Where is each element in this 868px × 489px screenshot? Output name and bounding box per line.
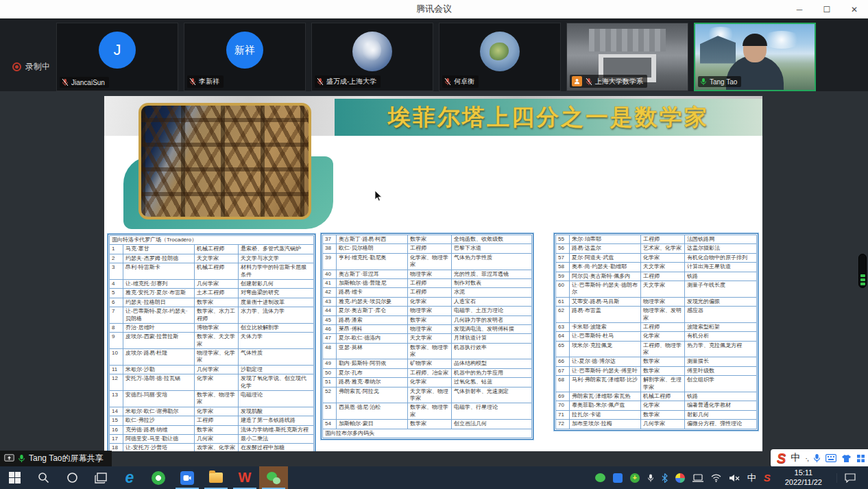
device-tray-icon[interactable]	[692, 474, 703, 482]
participant-tile[interactable]: 新祥 李新祥	[184, 23, 306, 91]
table-row: 8乔治·居维叶博物学家创立比较解剖学	[110, 323, 314, 332]
cortana-icon	[67, 472, 78, 484]
avatar: J	[99, 32, 136, 69]
table-row: 54加斯帕尔·蒙日数学家创立画法几何	[323, 420, 532, 429]
profession-cell: 化学家	[641, 253, 685, 262]
tencent-meeting-window: { "window": { "title": "腾讯会议", "controls…	[0, 0, 868, 489]
profession-cell: 几何学家	[195, 365, 239, 374]
names-table: 37奥古斯丁·路易·柯西数学家全纯函数、收敛级数38欧仁·贝尔格朗工程师巴黎下水…	[322, 235, 532, 438]
table-row: 39亨利·维克托·勒尼奥化学家、物理学家气体热力学性质	[323, 253, 532, 270]
table-row: 60让·巴蒂斯特·约瑟夫·德朗布尔天文学家测量子午线长度	[556, 281, 757, 297]
participant-tile[interactable]: 盛万成-上海大学	[311, 23, 433, 91]
wifi-icon[interactable]	[711, 474, 721, 482]
row-number: 50	[323, 368, 337, 377]
punctuation-toggle-icon[interactable]: ·,	[805, 454, 808, 462]
taskbar-edge-button[interactable]: e	[115, 466, 144, 489]
name-cell: 路易·达盖尔	[570, 244, 641, 253]
row-number: 63	[556, 322, 570, 331]
ime-toolbar[interactable]: S 中 ·,	[771, 449, 868, 467]
row-number: 49	[323, 359, 337, 368]
contribution-cell: 电磁学、土压力理论	[452, 307, 532, 315]
action-center-button[interactable]	[836, 473, 863, 483]
table-row: 53西莫恩·德尼·泊松数学家、物理学家电磁学、行星理论	[323, 403, 532, 420]
name-cell: 弗朗索瓦·泽维耶·索瓦热	[570, 392, 641, 401]
row-number: 41	[323, 278, 337, 287]
taskbar-browser-button[interactable]	[144, 466, 173, 489]
name-cell: 阿尔贝·奥古斯特·佩多内	[570, 272, 641, 281]
file-explorer-icon	[209, 473, 223, 483]
meeting-tray-icon[interactable]	[613, 473, 623, 483]
profession-cell: 物理学家、发明家	[641, 307, 685, 323]
taskbar-meeting-button[interactable]	[173, 466, 202, 489]
close-button[interactable]: ✕	[841, 0, 868, 19]
window-controls: ─ ☐ ✕	[786, 0, 868, 19]
task-view-button[interactable]	[86, 466, 115, 489]
microphone-tray-icon[interactable]	[647, 473, 654, 483]
mic-muted-icon	[62, 78, 69, 86]
table-row: 41加斯帕尔·德·普隆尼工程师制作对数表	[323, 278, 532, 287]
profession-cell: 数学家	[641, 410, 685, 419]
row-number: 11	[110, 365, 123, 374]
updater-tray-icon[interactable]: +	[630, 473, 640, 483]
system-tray: + 中 S 15:11 2022/11/22	[595, 466, 868, 489]
minimize-button[interactable]: ─	[786, 0, 813, 19]
participant-name: Tang Tao	[710, 78, 737, 86]
drive-pinwheel-icon[interactable]	[675, 473, 685, 483]
contribution-cell: 气体折射率、光速测定	[452, 387, 532, 403]
voice-input-icon[interactable]	[813, 453, 821, 463]
participant-label: 盛万成-上海大学	[315, 75, 381, 88]
screen-share-banner: Tang Tao的屏幕共享	[0, 451, 112, 466]
maximize-button[interactable]: ☐	[813, 0, 841, 19]
row-number: 51	[323, 378, 337, 387]
table-row: 17阿德里安-马里·勒让德几何家最小二乘法	[110, 434, 314, 443]
skin-tshirt-icon[interactable]	[841, 454, 852, 463]
row-number: 71	[556, 410, 570, 419]
contribution-cell: 创建射影几何	[239, 279, 314, 288]
participant-tile[interactable]: J JiancaiSun	[56, 23, 178, 91]
profession-cell: 土木工程师	[195, 289, 239, 298]
profession-cell: 化学家	[641, 332, 685, 341]
sogou-logo[interactable]: S	[777, 451, 786, 465]
name-cell: 约瑟夫·拉格朗日	[123, 298, 195, 307]
row-number: 16	[110, 425, 123, 434]
table-row: 51路易·雅克·泰纳尔化学家过氧化氢、钴蓝	[323, 378, 532, 387]
row-number: 39	[323, 253, 337, 270]
name-cell: 亚瑟·莫林	[337, 343, 408, 359]
wechat-tray-icon[interactable]	[595, 473, 605, 482]
virtual-keyboard-icon[interactable]	[825, 454, 836, 462]
wps-icon: W	[239, 470, 252, 486]
profession-cell: 机械工程师	[195, 263, 239, 280]
table-row: 46莱昂·傅科物理学家发现涡电流、发明傅科摆	[323, 324, 532, 333]
participant-tile[interactable]: 何卓衡	[439, 23, 561, 91]
participant-tile[interactable]: 上海大学数学系	[566, 23, 688, 91]
profession-cell: 数学家、水力工程师	[195, 307, 239, 324]
taskbar-wechat-button[interactable]	[259, 466, 288, 489]
row-number: 64	[556, 332, 570, 341]
input-language-indicator[interactable]: 中	[747, 472, 756, 484]
sogou-tray-icon[interactable]: S	[764, 472, 771, 484]
name-cell: 路易·雅克·泰纳尔	[337, 378, 408, 387]
ime-language-toggle[interactable]: 中	[791, 452, 800, 464]
bluetooth-icon[interactable]	[662, 473, 668, 483]
volume-muted-icon[interactable]	[729, 474, 740, 482]
participant-tile-speaking[interactable]: Tang Tao	[694, 23, 816, 91]
table-row: 72加布里埃尔·拉梅几何学家偏微分方程、弹性理论	[556, 420, 757, 429]
profession-cell: 天文学家	[408, 334, 452, 343]
start-button[interactable]	[0, 466, 29, 489]
cortana-button[interactable]	[58, 466, 86, 489]
taskbar-wps-button[interactable]: W	[230, 466, 259, 489]
profession-cell: 工程师	[195, 416, 239, 425]
row-number: 42	[323, 288, 337, 297]
taskbar-explorer-button[interactable]	[202, 466, 230, 489]
taskbar-clock[interactable]: 15:11 2022/11/22	[778, 468, 829, 488]
name-cell: 奥本·尚·约瑟夫·勒维耶	[570, 263, 641, 272]
row-number: 37	[323, 235, 337, 244]
profession-cell: 工程师	[408, 288, 452, 297]
table-row: 2约瑟夫·杰罗姆·拉朗德天文学家天文学与水文学	[110, 254, 314, 263]
table-row: 6约瑟夫·拉格朗日数学家度量衡十进制改革	[110, 298, 314, 307]
ime-menu-grid-icon[interactable]	[856, 454, 865, 463]
profession-cell: 博物学家	[195, 323, 239, 332]
profession-cell: 化学家	[641, 401, 685, 410]
name-cell: 克劳德·路易·纳维	[123, 425, 195, 434]
taskbar-search-button[interactable]	[29, 466, 58, 489]
